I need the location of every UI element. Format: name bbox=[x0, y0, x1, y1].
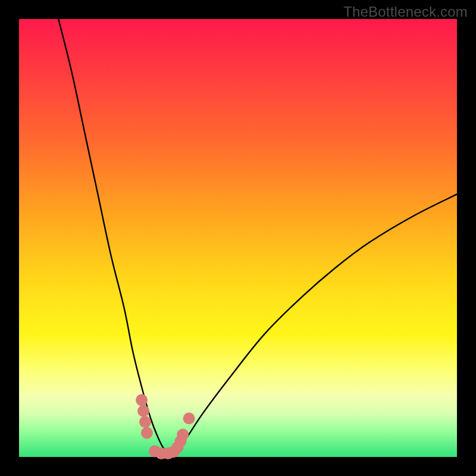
curve-marker bbox=[136, 394, 148, 406]
watermark-text: TheBottleneck.com bbox=[343, 4, 468, 20]
curve-marker bbox=[139, 416, 151, 428]
chart-svg bbox=[19, 19, 457, 457]
curve-marker bbox=[141, 427, 153, 439]
curve-marker bbox=[137, 405, 149, 417]
curve-marker bbox=[177, 428, 189, 440]
curve-markers bbox=[136, 394, 195, 459]
outer-frame: TheBottleneck.com bbox=[0, 0, 476, 476]
plot-area bbox=[19, 19, 457, 457]
bottleneck-curve bbox=[58, 19, 457, 453]
curve-marker bbox=[183, 412, 195, 424]
